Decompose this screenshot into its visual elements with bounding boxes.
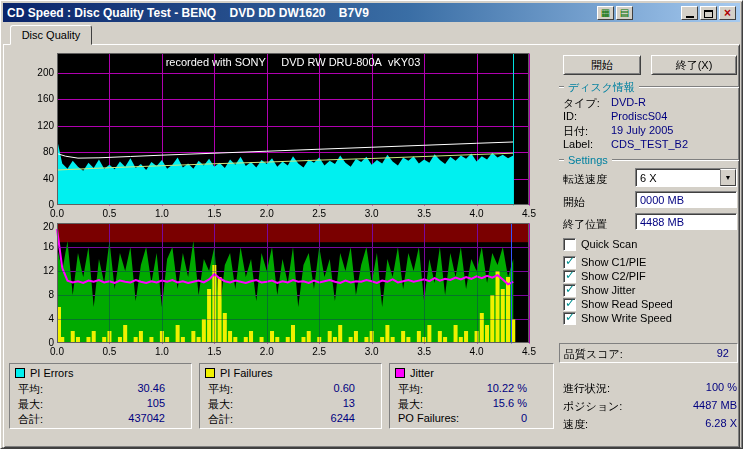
check-icon: ✓ xyxy=(565,296,575,310)
close-button[interactable]: × xyxy=(719,6,736,20)
green-grid-icon-button[interactable]: ▦ xyxy=(597,6,614,20)
speed-value: 6.28 X xyxy=(705,417,737,429)
jitter-average: 10.22 % xyxy=(487,382,527,394)
check-icon: ✓ xyxy=(565,254,575,268)
jitter-swatch-icon xyxy=(395,368,405,378)
check-icon: ✓ xyxy=(565,310,575,324)
end-position-label: 終了位置 xyxy=(563,217,607,230)
start-position-input[interactable] xyxy=(635,191,737,208)
settings-header: Settings xyxy=(559,154,739,166)
disc-label-value: CDS_TEST_B2 xyxy=(611,138,688,150)
titlebar[interactable]: CD Speed : Disc Quality Test - BENQ DVD … xyxy=(3,3,740,22)
speed-row: 速度: 6.28 X xyxy=(563,417,737,430)
jitter-title: Jitter xyxy=(410,367,434,379)
start-position-label: 開始 xyxy=(563,195,585,208)
checkbox-row-show-c1-pie: ✓ Show C1/PIE xyxy=(563,255,646,269)
transfer-speed-value: 6 X xyxy=(636,172,720,184)
disc-type-row: タイプ: DVD-R xyxy=(563,96,737,109)
quality-errors-chart xyxy=(27,221,567,361)
pi-errors-max: 105 xyxy=(147,397,165,409)
check-icon: ✓ xyxy=(565,268,575,282)
dropdown-button[interactable]: ▼ xyxy=(720,169,736,186)
quality-score-box: 品質スコア: 92 xyxy=(559,343,738,363)
close-icon: × xyxy=(720,7,735,19)
transfer-speed-select[interactable]: 6 X ▼ xyxy=(635,168,737,187)
maximize-icon xyxy=(704,10,713,18)
checkbox-row-show-read-speed: ✓ Show Read Speed xyxy=(563,297,673,311)
disc-id-row: ID: ProdiscS04 xyxy=(563,110,737,123)
po-failures-value: 0 xyxy=(521,412,527,424)
end-position-input[interactable] xyxy=(635,213,737,230)
quick-scan-checkbox[interactable]: ✓ xyxy=(563,238,576,251)
titlebar-toolbar: ▦ ▤ xyxy=(595,6,633,20)
disc-type-value: DVD-R xyxy=(611,96,646,108)
read-write-speed-chart xyxy=(27,51,567,221)
disc-date-row: 日付: 19 July 2005 xyxy=(563,124,737,137)
jitter-max: 15.6 % xyxy=(493,397,527,409)
checkbox-row-show-c2-pif: ✓ Show C2/PIF xyxy=(563,269,646,283)
pi-errors-total: 437042 xyxy=(128,412,165,424)
quality-score-label: 品質スコア: xyxy=(564,347,623,362)
minimize-button[interactable] xyxy=(681,6,698,20)
jitter-stats-box: Jitter 平均:10.22 % 最大:15.6 % PO Failures:… xyxy=(389,363,554,429)
chevron-down-icon: ▼ xyxy=(725,174,732,181)
disc-id-value: ProdiscS04 xyxy=(611,110,667,122)
transfer-speed-label: 転送速度 xyxy=(563,172,607,185)
quality-score-value: 92 xyxy=(717,347,729,359)
window-title: CD Speed : Disc Quality Test - BENQ DVD … xyxy=(7,6,595,20)
pi-errors-title: PI Errors xyxy=(30,367,73,379)
pi-failures-total: 6244 xyxy=(331,412,355,424)
app-window: CD Speed : Disc Quality Test - BENQ DVD … xyxy=(0,0,743,449)
maximize-button[interactable] xyxy=(700,6,717,20)
green-sheet-icon: ▤ xyxy=(617,7,632,19)
pi-errors-swatch-icon xyxy=(15,368,25,378)
pi-failures-max: 13 xyxy=(343,397,355,409)
pi-errors-average: 30.46 xyxy=(137,382,165,394)
start-button[interactable]: 開始 xyxy=(563,55,641,75)
exit-button[interactable]: 終了(X) xyxy=(651,55,737,75)
progress-row: 進行状況: 100 % xyxy=(563,381,737,394)
disc-info-header: ディスク情報 xyxy=(559,81,739,93)
minimize-icon xyxy=(686,16,694,18)
check-icon: ✓ xyxy=(565,282,575,296)
progress-value: 100 % xyxy=(706,381,737,393)
checkbox-row-quick-scan: ✓ Quick Scan xyxy=(563,237,637,251)
green-grid-icon: ▦ xyxy=(598,7,613,19)
position-row: ポジション: 4487 MB xyxy=(563,399,737,412)
pi-failures-title: PI Failures xyxy=(220,367,273,379)
green-sheet-icon-button[interactable]: ▤ xyxy=(616,6,633,20)
pi-failures-average: 0.60 xyxy=(334,382,355,394)
pi-failures-swatch-icon xyxy=(205,368,215,378)
disc-date-value: 19 July 2005 xyxy=(611,124,673,136)
pi-failures-stats-box: PI Failures 平均:0.60 最大:13 合計:6244 xyxy=(199,363,382,429)
checkbox-row-show-write-speed: ✓ Show Write Speed xyxy=(563,311,672,325)
show-write-speed-checkbox[interactable]: ✓ xyxy=(563,312,576,325)
pi-errors-stats-box: PI Errors 平均:30.46 最大:105 合計:437042 xyxy=(9,363,192,429)
disc-label-row: Label: CDS_TEST_B2 xyxy=(563,138,737,151)
tab-disc-quality[interactable]: Disc Quality xyxy=(10,25,92,45)
position-value: 4487 MB xyxy=(693,399,737,411)
